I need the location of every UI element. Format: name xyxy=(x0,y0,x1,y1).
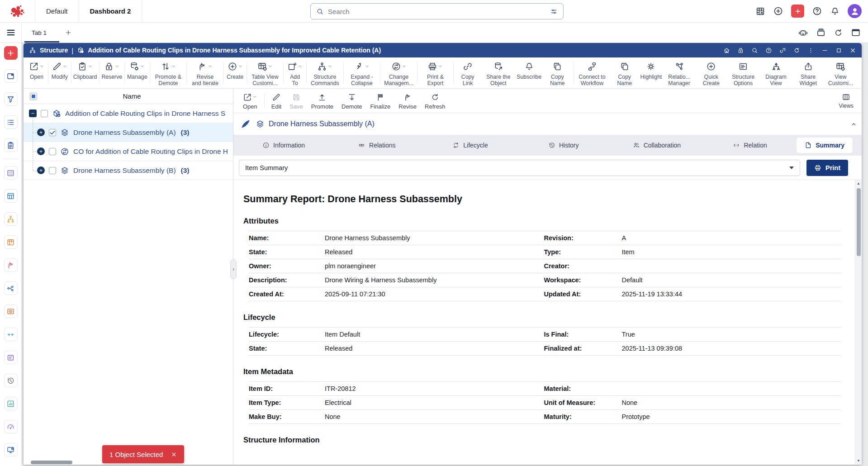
row-checkbox[interactable] xyxy=(49,167,56,174)
structure-commands-button[interactable]: Structure Commands xyxy=(308,57,342,88)
sidebar-add-button[interactable] xyxy=(4,46,18,60)
detail-open-button[interactable]: Open xyxy=(239,92,261,110)
relationship-manager-button[interactable]: Relatio... Manager xyxy=(663,57,696,88)
row-checkbox[interactable] xyxy=(41,110,48,117)
search-filter-icon[interactable] xyxy=(550,8,558,15)
horizontal-scrollbar[interactable] xyxy=(31,461,72,464)
expand-button[interactable]: + xyxy=(37,147,45,155)
detail-finalize-button[interactable]: Finalize xyxy=(366,92,395,110)
row-checkbox[interactable] xyxy=(49,148,56,155)
structure-options-button[interactable]: Structure Options xyxy=(727,57,760,88)
sidebar-item-filter[interactable] xyxy=(4,92,18,106)
copy-name-button[interactable]: Copy Name xyxy=(542,57,573,88)
sidebar-item-forms[interactable] xyxy=(4,166,18,180)
main-menu-button[interactable] xyxy=(0,23,22,43)
close-icon[interactable] xyxy=(171,452,177,457)
detail-edit-button[interactable]: Edit xyxy=(267,92,285,110)
kebab-menu-icon[interactable] xyxy=(807,47,814,54)
vertical-scrollbar[interactable]: ▲ ▼ xyxy=(855,180,862,465)
refresh-icon[interactable] xyxy=(793,47,800,54)
sidebar-item-remote[interactable] xyxy=(4,443,18,456)
revise-iterate-button[interactable]: Revise and Iterate xyxy=(188,57,223,88)
refresh-icon[interactable] xyxy=(834,28,843,38)
lock-icon[interactable] xyxy=(737,47,744,54)
tab-summary[interactable]: Summary xyxy=(797,135,853,156)
table-view-customization-button[interactable]: Table View Customi... xyxy=(247,57,282,88)
report-type-select[interactable]: Item Summary xyxy=(239,160,800,176)
sidebar-item-preview[interactable] xyxy=(4,304,18,318)
expand-collapse-button[interactable]: Expand - Collapse xyxy=(345,57,379,88)
search-icon[interactable] xyxy=(751,47,758,54)
detail-refresh-button[interactable]: Refresh xyxy=(421,92,450,110)
add-tab-button[interactable] xyxy=(62,29,75,36)
sidebar-item-dashboard[interactable] xyxy=(4,420,18,433)
quick-create-button[interactable]: Quick Create xyxy=(696,57,727,88)
collapse-button[interactable]: − xyxy=(29,109,37,117)
tab-tab1[interactable]: Tab 1 xyxy=(22,23,62,43)
tab-lifecycle[interactable]: Lifecycle xyxy=(423,135,517,156)
create-button[interactable]: Create xyxy=(225,57,246,88)
tray-icon[interactable] xyxy=(816,28,826,38)
user-avatar[interactable] xyxy=(848,4,862,18)
expand-button[interactable]: + xyxy=(37,166,45,174)
connect-workflow-button[interactable]: Connect to Workflow xyxy=(574,57,609,88)
help-icon[interactable] xyxy=(812,6,822,16)
window-layout-icon[interactable] xyxy=(851,28,861,38)
sidebar-item-reports[interactable] xyxy=(4,397,18,410)
app-logo[interactable] xyxy=(0,0,35,22)
link-icon[interactable] xyxy=(779,47,786,54)
sidebar-item-list[interactable] xyxy=(4,115,18,129)
sidebar-item-merge[interactable] xyxy=(4,328,18,341)
tree-row-subassembly-b[interactable]: + Drone Harness Subassembly (B) (3) xyxy=(24,161,233,180)
sidebar-item-card[interactable] xyxy=(4,351,18,364)
tab-collaboration[interactable]: Collaboration xyxy=(610,135,703,156)
tab-relations[interactable]: Relations xyxy=(330,135,423,156)
search-input[interactable] xyxy=(328,8,546,15)
sidebar-item-structure[interactable] xyxy=(4,212,18,226)
detail-save-button[interactable]: Save xyxy=(285,92,307,110)
scrollbar-thumb[interactable] xyxy=(857,188,861,256)
sidebar-item-table[interactable] xyxy=(4,189,18,203)
diagram-view-button[interactable]: Diagram View xyxy=(760,57,792,88)
copy-name-button-2[interactable]: Copy Name xyxy=(609,57,640,88)
workspace-menu[interactable]: Default xyxy=(35,0,79,22)
print-export-button[interactable]: Print & Export xyxy=(418,57,452,88)
clipboard-button[interactable]: Clipboard xyxy=(72,57,98,88)
modify-button[interactable]: Modify xyxy=(49,57,70,88)
scroll-up-arrow[interactable]: ▲ xyxy=(857,180,860,187)
tab-history[interactable]: History xyxy=(517,135,610,156)
share-widget-button[interactable]: Share Widget xyxy=(792,57,824,88)
help-icon[interactable] xyxy=(765,47,772,54)
tab-relation[interactable]: Relation xyxy=(703,135,797,156)
sidebar-item-panel[interactable] xyxy=(4,69,18,83)
add-to-button[interactable]: Add To xyxy=(285,57,305,88)
sidebar-item-history[interactable] xyxy=(4,374,18,387)
home-icon[interactable] xyxy=(723,47,730,54)
tab-information[interactable]: Information xyxy=(237,135,330,156)
window-titlebar[interactable]: Structure | Addition of Cable Routing Cl… xyxy=(24,43,862,57)
minimize-icon[interactable] xyxy=(821,47,828,54)
subscribe-button[interactable]: Subscribe xyxy=(516,57,542,88)
tree-row-change[interactable]: − Addition of Cable Routing Clips in Dro… xyxy=(24,104,233,123)
print-button[interactable]: Print xyxy=(806,160,848,176)
promote-demote-button[interactable]: Promote & Demote xyxy=(151,57,185,88)
views-button[interactable]: Views xyxy=(839,93,856,109)
reserve-button[interactable]: Reserve xyxy=(100,57,123,88)
add-circle-icon[interactable] xyxy=(773,6,783,16)
copy-link-button[interactable]: Copy Link xyxy=(455,57,481,88)
detail-revise-button[interactable]: Revise xyxy=(394,92,421,110)
expand-button[interactable]: + xyxy=(37,128,45,136)
notifications-bell-icon[interactable] xyxy=(830,6,840,16)
collapse-panel-button[interactable] xyxy=(850,121,857,128)
close-icon[interactable] xyxy=(849,47,856,54)
export-grid-icon[interactable] xyxy=(755,6,765,16)
quick-add-button[interactable] xyxy=(791,5,804,18)
detail-promote-button[interactable]: Promote xyxy=(307,92,337,110)
row-checkbox-checked[interactable] xyxy=(49,129,56,136)
sidebar-item-revise[interactable] xyxy=(4,258,18,272)
assistant-robot-icon[interactable] xyxy=(798,28,808,38)
tree-row-change-order[interactable]: + CO for Addition of Cable Routing Clips… xyxy=(24,142,233,161)
tree-row-subassembly-a[interactable]: + Drone Harness Subassembly (A) (3) xyxy=(24,123,233,142)
dashboard-menu[interactable]: Dashboard 2 xyxy=(79,0,142,22)
sidebar-item-kanban[interactable] xyxy=(4,235,18,249)
